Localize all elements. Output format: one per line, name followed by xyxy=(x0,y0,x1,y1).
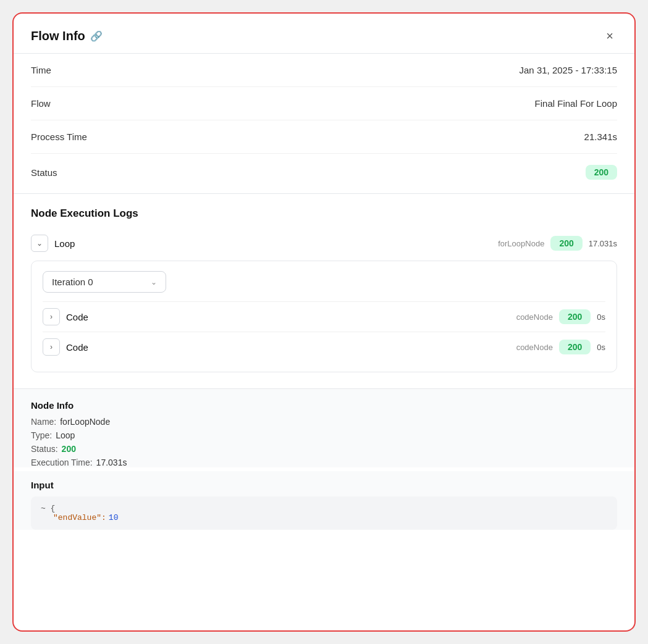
section-divider xyxy=(14,193,634,194)
node-exec-section: Node Execution Logs ⌄ Loop forLoopNode 2… xyxy=(14,196,634,383)
flow-info-modal: Flow Info 🔗 × Time Jan 31, 2025 - 17:33:… xyxy=(12,12,636,632)
node-info-section: Node Info Name: forLoopNode Type: Loop S… xyxy=(14,388,634,467)
time-label: Time xyxy=(31,65,51,75)
code-time-1: 0s xyxy=(597,312,605,322)
process-time-value: 21.341s xyxy=(584,132,617,142)
close-button[interactable]: × xyxy=(602,28,617,43)
iteration-chevron-icon: ⌄ xyxy=(151,278,157,286)
node-info-exectime-row: Execution Time: 17.031s xyxy=(31,458,617,467)
code-node-name-1: codeNode xyxy=(516,312,553,322)
node-info-exectime-label: Execution Time: xyxy=(31,458,93,467)
node-info-name-value: forLoopNode xyxy=(60,417,110,427)
iteration-select[interactable]: Iteration 0 ⌄ xyxy=(43,271,166,293)
flow-row: Flow Final Final For Loop xyxy=(31,87,617,120)
code-status-badge-1: 200 xyxy=(559,309,591,324)
node-info-status-row: Status: 200 xyxy=(31,444,617,454)
node-info-title: Node Info xyxy=(31,400,617,411)
code-node-name-2: codeNode xyxy=(516,343,553,352)
node-info-status-label: Status: xyxy=(31,444,58,454)
code-status-badge-2: 200 xyxy=(559,340,591,354)
status-badge: 200 xyxy=(586,165,617,180)
process-time-row: Process Time 21.341s xyxy=(31,120,617,154)
code-expand-button-2[interactable]: › xyxy=(43,338,60,356)
modal-title-row: Flow Info 🔗 xyxy=(31,29,103,43)
loop-time: 17.031s xyxy=(589,239,617,248)
node-info-type-row: Type: Loop xyxy=(31,430,617,440)
flow-value: Final Final For Loop xyxy=(535,98,617,109)
json-brace-open: ~ { xyxy=(41,504,55,513)
node-exec-title: Node Execution Logs xyxy=(31,207,617,220)
loop-status-badge: 200 xyxy=(550,236,582,251)
time-row: Time Jan 31, 2025 - 17:33:15 xyxy=(31,54,617,87)
node-info-name-label: Name: xyxy=(31,417,56,427)
code-label-2: Code xyxy=(66,342,510,353)
process-time-label: Process Time xyxy=(31,132,87,142)
node-info-type-label: Type: xyxy=(31,430,52,440)
json-line-key: "endValue": 10 xyxy=(41,513,607,522)
code-time-2: 0s xyxy=(597,343,605,352)
input-title: Input xyxy=(31,480,617,490)
node-info-exectime-value: 17.031s xyxy=(96,458,127,467)
json-val: 10 xyxy=(109,513,119,522)
json-preview: ~ { "endValue": 10 xyxy=(31,496,617,530)
code-row-1: › Code codeNode 200 0s xyxy=(43,301,605,332)
loop-label: Loop xyxy=(54,238,492,249)
iteration-box: Iteration 0 ⌄ › Code codeNode 200 0s › C… xyxy=(31,261,617,372)
info-section: Time Jan 31, 2025 - 17:33:15 Flow Final … xyxy=(14,54,634,191)
link-icon[interactable]: 🔗 xyxy=(90,30,103,42)
status-row: Status 200 xyxy=(31,154,617,191)
json-line-brace: ~ { xyxy=(41,504,607,513)
code-label-1: Code xyxy=(66,312,510,322)
modal-title: Flow Info xyxy=(31,29,85,43)
time-value: Jan 31, 2025 - 17:33:15 xyxy=(520,65,617,75)
flow-label: Flow xyxy=(31,98,51,109)
loop-row: ⌄ Loop forLoopNode 200 17.031s xyxy=(31,228,617,258)
code-expand-button-1[interactable]: › xyxy=(43,308,60,325)
json-key: "endValue": xyxy=(53,513,106,522)
input-section: Input ~ { "endValue": 10 xyxy=(14,471,634,530)
modal-header: Flow Info 🔗 × xyxy=(14,14,634,53)
node-info-type-value: Loop xyxy=(56,430,75,440)
iteration-select-text: Iteration 0 xyxy=(52,277,93,287)
node-info-status-value: 200 xyxy=(62,444,76,454)
loop-node-name: forLoopNode xyxy=(498,239,544,248)
loop-expand-button[interactable]: ⌄ xyxy=(31,235,48,252)
node-info-name-row: Name: forLoopNode xyxy=(31,417,617,427)
code-row-2: › Code codeNode 200 0s xyxy=(43,332,605,362)
status-label: Status xyxy=(31,167,57,178)
